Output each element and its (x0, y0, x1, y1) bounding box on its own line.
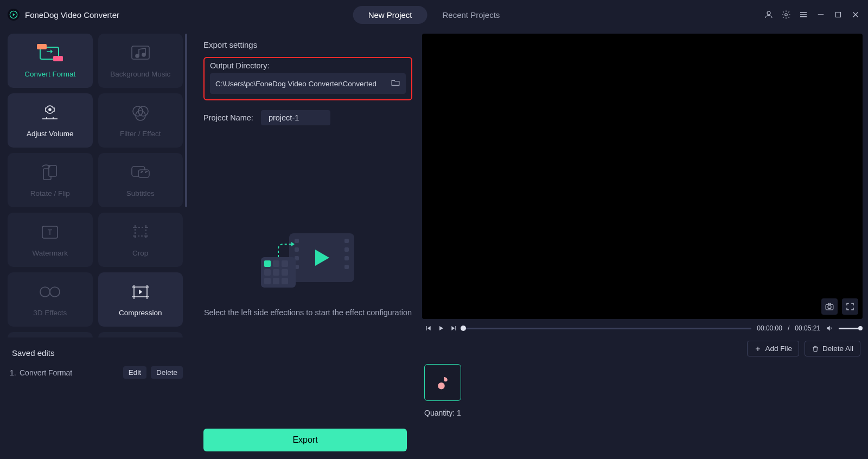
preview-controls (821, 298, 858, 315)
output-directory-highlight: Output Directory: C:\Users\pc\FoneDog Vi… (203, 57, 412, 100)
add-file-button[interactable]: Add File (747, 341, 799, 356)
tool-filter-effect[interactable]: Filter / Effect (98, 93, 183, 148)
tool-label: Adjust Volume (27, 130, 73, 138)
export-panel: Export settings Output Directory: C:\Use… (193, 29, 418, 459)
svg-rect-39 (264, 269, 271, 276)
svg-rect-3 (836, 12, 841, 17)
gear-icon[interactable] (781, 10, 791, 20)
tool-label: Filter / Effect (120, 130, 161, 138)
export-button[interactable]: Export (203, 429, 407, 451)
saved-delete-button[interactable]: Delete (151, 366, 183, 379)
saved-row: 1. Convert Format Edit Delete (10, 365, 183, 380)
compression-icon (130, 283, 151, 301)
volume-slider[interactable] (839, 328, 860, 329)
folder-browse-icon[interactable] (391, 78, 400, 90)
tool-label: Subtitles (126, 189, 155, 197)
file-thumb[interactable] (424, 364, 461, 401)
tool-3d-effects[interactable]: 3D Effects (8, 272, 93, 327)
saved-actions: Edit Delete (123, 366, 183, 379)
tab-recent-projects[interactable]: Recent Projects (427, 6, 515, 24)
svg-rect-37 (273, 260, 279, 267)
tool-label: Rotate / Flip (30, 189, 70, 197)
tab-new-project[interactable]: New Project (353, 6, 427, 24)
svg-rect-6 (53, 56, 63, 61)
next-icon[interactable] (450, 324, 458, 332)
play-icon[interactable] (437, 324, 445, 332)
close-icon[interactable] (851, 10, 860, 20)
tool-more-1[interactable] (8, 332, 93, 337)
tool-grid: Convert Format Background Music Adjust V… (8, 34, 185, 337)
tool-background-music[interactable]: Background Music (98, 34, 183, 88)
saved-edit-button[interactable]: Edit (123, 366, 146, 379)
playbar: 00:00:00 / 00:05:21 (422, 321, 863, 333)
svg-rect-45 (264, 260, 271, 267)
saved-num: 1. (10, 368, 20, 377)
edit-icon (39, 336, 61, 337)
app-title: FoneDog Video Converter (25, 10, 119, 20)
svg-point-21 (40, 287, 50, 297)
quantity-label: Quantity: (424, 409, 457, 417)
tool-scrollbar[interactable] (185, 34, 187, 207)
volume-icon (39, 104, 61, 122)
svg-rect-31 (344, 239, 349, 243)
svg-rect-34 (344, 265, 349, 269)
app-logo (8, 9, 20, 21)
time-sep: / (788, 324, 789, 332)
effect-placeholder: Select the left side effections to start… (203, 125, 412, 454)
fullscreen-icon[interactable] (842, 298, 858, 315)
account-icon[interactable] (764, 10, 774, 20)
saved-name: Convert Format (20, 368, 123, 377)
svg-point-48 (438, 382, 445, 390)
output-directory-label: Output Directory: (210, 61, 406, 70)
tool-crop[interactable]: Crop (98, 213, 183, 267)
svg-point-47 (828, 305, 831, 309)
delete-all-label: Delete All (822, 345, 853, 353)
tool-label: Crop (132, 249, 148, 257)
file-actions: Add File Delete All (422, 335, 863, 359)
snapshot-icon[interactable] (821, 298, 838, 315)
tabs: New Project Recent Projects (353, 6, 515, 24)
saved-edits: Saved edits 1. Convert Format Edit Delet… (8, 345, 185, 451)
quantity: Quantity: 1 (422, 406, 863, 419)
crop-icon (130, 223, 151, 241)
quantity-value: 1 (457, 409, 461, 417)
folder-icon (130, 336, 151, 337)
tool-rotate-flip[interactable]: Rotate / Flip (8, 153, 93, 207)
minimize-icon[interactable] (816, 10, 826, 20)
svg-rect-42 (264, 278, 271, 284)
svg-rect-32 (344, 247, 349, 252)
tool-subtitles[interactable]: Subtitles (98, 153, 183, 207)
window-controls (764, 10, 860, 20)
watermark-icon: T (39, 223, 61, 241)
saved-title: Saved edits (10, 348, 183, 358)
effect-placeholder-text: Select the left side effections to start… (204, 307, 412, 318)
tool-convert-format[interactable]: Convert Format (8, 34, 93, 88)
effect-placeholder-icon (257, 228, 360, 293)
project-name-row: Project Name: project-1 (203, 110, 412, 125)
preview-panel: 00:00:00 / 00:05:21 Add File Delete All … (418, 29, 868, 459)
tool-label: Background Music (110, 70, 170, 78)
tool-more-2[interactable] (98, 332, 183, 337)
seek-handle[interactable] (461, 326, 466, 331)
tool-compression[interactable]: Compression (98, 272, 183, 327)
tool-watermark[interactable]: T Watermark (8, 213, 93, 267)
file-thumbnails (422, 361, 863, 404)
tool-label: 3D Effects (33, 309, 67, 317)
menu-icon[interactable] (799, 10, 808, 20)
project-name-label: Project Name: (203, 113, 253, 122)
volume-icon[interactable] (826, 324, 833, 332)
prev-icon[interactable] (424, 324, 432, 332)
svg-point-10 (49, 109, 51, 111)
titlebar: FoneDog Video Converter New Project Rece… (0, 0, 868, 29)
svg-point-22 (50, 287, 60, 297)
tool-adjust-volume[interactable]: Adjust Volume (8, 93, 93, 148)
delete-all-button[interactable]: Delete All (805, 341, 860, 356)
video-preview[interactable] (422, 34, 863, 319)
export-heading: Export settings (203, 40, 412, 49)
maximize-icon[interactable] (833, 10, 843, 20)
volume-handle[interactable] (858, 326, 863, 330)
output-directory-field[interactable]: C:\Users\pc\FoneDog Video Converter\Conv… (210, 73, 406, 94)
svg-rect-33 (344, 256, 349, 260)
seek-bar[interactable] (463, 328, 751, 329)
project-name-field[interactable]: project-1 (261, 110, 330, 125)
